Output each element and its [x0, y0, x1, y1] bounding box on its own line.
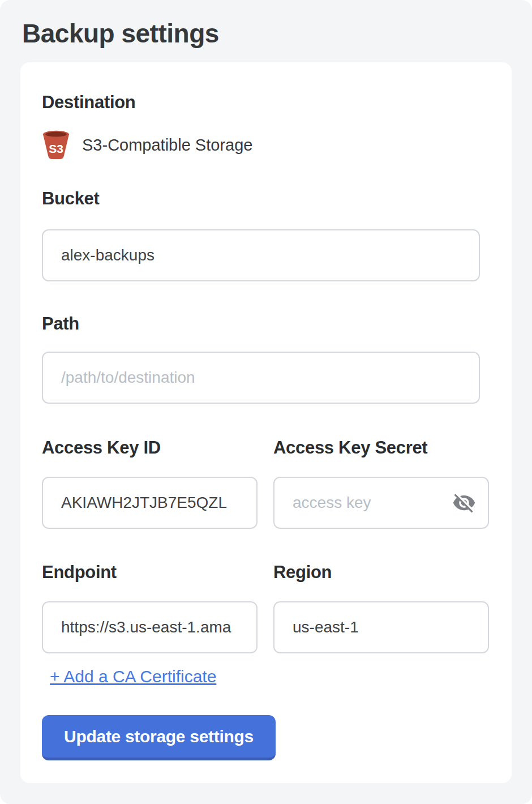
destination-value: S3-Compatible Storage: [82, 136, 252, 155]
region-input[interactable]: [273, 601, 489, 653]
eye-off-icon: [452, 491, 476, 515]
backup-settings-card: Destination S3 S3-Compatible Storage Buc…: [20, 62, 512, 783]
backup-settings-page: Backup settings Destination S3 S3-Compat…: [0, 0, 532, 804]
add-ca-certificate-link[interactable]: + Add a CA Certificate: [50, 666, 216, 687]
access-key-id-input[interactable]: [42, 477, 258, 529]
svg-text:S3: S3: [49, 142, 63, 155]
bucket-label: Bucket: [42, 188, 490, 209]
update-storage-settings-button[interactable]: Update storage settings: [42, 715, 276, 760]
access-keys-row: Access Key ID Access Key Secret: [42, 437, 490, 529]
region-label: Region: [273, 562, 489, 583]
access-key-secret-label: Access Key Secret: [273, 437, 489, 459]
access-key-id-field: Access Key ID: [42, 437, 258, 529]
page-title: Backup settings: [22, 17, 512, 50]
endpoint-label: Endpoint: [42, 562, 258, 583]
s3-bucket-icon: S3: [42, 130, 70, 160]
access-key-secret-wrap: [273, 477, 489, 529]
endpoint-input[interactable]: [42, 601, 258, 653]
bucket-input[interactable]: [42, 229, 480, 281]
toggle-secret-visibility-button[interactable]: [452, 490, 477, 515]
region-field: Region: [273, 562, 489, 653]
endpoint-field: Endpoint: [42, 562, 258, 653]
endpoint-region-row: Endpoint Region: [42, 562, 490, 653]
access-key-id-label: Access Key ID: [42, 437, 258, 459]
access-key-secret-field: Access Key Secret: [273, 437, 489, 529]
destination-label: Destination: [42, 92, 490, 113]
path-input[interactable]: [42, 352, 480, 404]
destination-value-row: S3 S3-Compatible Storage: [42, 130, 490, 160]
path-label: Path: [42, 313, 490, 335]
